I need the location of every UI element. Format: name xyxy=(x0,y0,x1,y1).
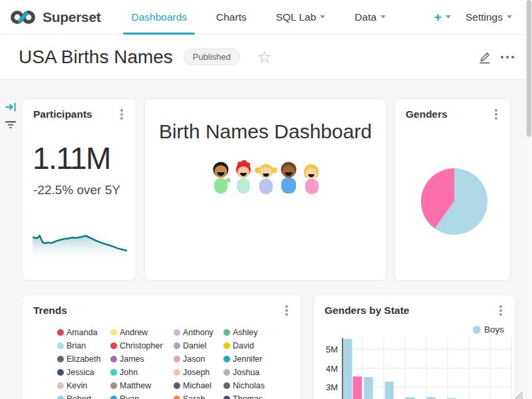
y-axis-tick: 5M xyxy=(326,344,338,354)
legend-label: Thomas xyxy=(233,394,263,399)
legend-label: Joshua xyxy=(233,368,259,377)
legend-item-matthew[interactable]: Matthew xyxy=(110,379,174,392)
new-item-button[interactable]: + xyxy=(433,8,452,26)
legend-item-michael[interactable]: Michael xyxy=(174,379,223,392)
nav-tab-data[interactable]: Data xyxy=(340,0,400,35)
legend-dot xyxy=(57,329,64,336)
nav-tab-label: Data xyxy=(354,11,376,23)
legend-item-joseph[interactable]: Joseph xyxy=(174,366,223,379)
main-nav: DashboardsChartsSQL LabData xyxy=(116,0,400,35)
bar-boys-2[interactable] xyxy=(385,382,394,399)
legend-item-ryan[interactable]: Ryan xyxy=(110,392,174,399)
trends-legend: AmandaAndrewAnthonyAshleyBrianChristophe… xyxy=(57,326,297,399)
legend-item-brian[interactable]: Brian xyxy=(57,339,110,352)
legend-dot xyxy=(223,369,230,376)
legend-label: Daniel xyxy=(183,341,206,350)
legend-label: Sarah xyxy=(183,394,205,399)
y-axis-tick: 4M xyxy=(326,364,338,374)
bar-girls-0[interactable] xyxy=(353,376,362,399)
legend-dot xyxy=(57,369,64,376)
window-scrollbar[interactable] xyxy=(526,0,532,399)
legend-dot xyxy=(473,326,481,334)
legend-label: Joseph xyxy=(183,368,209,377)
trends-card: Trends AmandaAndrewAnthonyAshleyBrianChr… xyxy=(22,295,301,399)
legend-label: Brian xyxy=(66,341,86,350)
legend-dot xyxy=(110,396,117,399)
chevron-down-icon xyxy=(446,15,451,19)
legend-label: Jason xyxy=(183,354,205,364)
legend-item-elizabeth[interactable]: Elizabeth xyxy=(57,352,110,366)
resize-handle-icon[interactable] xyxy=(513,390,523,399)
legend-dot xyxy=(110,382,117,389)
published-badge[interactable]: Published xyxy=(184,49,240,65)
legend-label: Amanda xyxy=(66,328,98,337)
legend-dot xyxy=(57,382,64,389)
legend-item-robert[interactable]: Robert xyxy=(57,392,110,399)
legend-dot xyxy=(174,356,180,362)
legend-label: Jennifer xyxy=(233,354,262,364)
legend-item-nicholas[interactable]: Nicholas xyxy=(223,379,297,392)
genders-pie-chart[interactable] xyxy=(414,162,494,241)
legend-item-jason[interactable]: Jason xyxy=(174,352,223,366)
legend-label: Ryan xyxy=(120,394,139,399)
bar-boys-0[interactable] xyxy=(343,339,352,399)
legend-item-joshua[interactable]: Joshua xyxy=(223,366,297,379)
big-number-value: 1.11M xyxy=(33,140,110,176)
legend-label: Andrew xyxy=(120,328,148,337)
legend-item-jennifer[interactable]: Jennifer xyxy=(223,352,297,366)
favorite-star-icon[interactable]: ☆ xyxy=(257,49,272,65)
kebab-menu-icon[interactable] xyxy=(496,305,505,317)
legend-item-ashley[interactable]: Ashley xyxy=(223,326,297,339)
legend-item-kevin[interactable]: Kevin xyxy=(57,379,110,392)
legend-item-christopher[interactable]: Christopher xyxy=(110,339,174,352)
kebab-menu-icon[interactable] xyxy=(491,108,501,120)
nav-tab-sql-lab[interactable]: SQL Lab xyxy=(261,0,340,35)
dashboard-titlebar: USA Births Names Published ☆ xyxy=(0,35,532,80)
legend-item-david[interactable]: David xyxy=(223,339,297,352)
legend-item-anthony[interactable]: Anthony xyxy=(174,326,223,339)
legend-item-boys[interactable]: Boys xyxy=(473,325,504,334)
legend-dot xyxy=(223,342,230,349)
legend-item-jessica[interactable]: Jessica xyxy=(57,366,110,379)
participants-card: Participants 1.11M -22.5% over 5Y xyxy=(22,98,136,281)
nav-tab-label: Dashboards xyxy=(131,11,187,23)
chevron-down-icon xyxy=(320,15,325,19)
legend-dot xyxy=(110,329,117,336)
legend-label: John xyxy=(120,368,138,377)
kebab-menu-icon[interactable] xyxy=(282,305,291,317)
legend-item-sarah[interactable]: Sarah xyxy=(174,392,223,399)
nav-tab-dashboards[interactable]: Dashboards xyxy=(116,0,201,35)
bar-boys-1[interactable] xyxy=(364,377,373,399)
settings-menu[interactable]: Settings xyxy=(464,9,513,26)
filter-icon[interactable] xyxy=(5,120,17,133)
genders-card: Genders xyxy=(394,98,511,281)
edit-dashboard-icon[interactable] xyxy=(478,51,491,64)
legend-dot xyxy=(174,369,180,376)
legend-dot xyxy=(174,329,180,336)
nav-tab-label: SQL Lab xyxy=(276,11,317,23)
legend-label: Anthony xyxy=(183,328,213,337)
chart-title: Participants xyxy=(33,108,92,120)
more-options-icon[interactable] xyxy=(500,55,515,59)
legend-dot xyxy=(110,369,117,376)
legend-label: Robert xyxy=(66,394,92,399)
superset-logo[interactable]: Superset xyxy=(0,9,100,25)
legend-label: Nicholas xyxy=(233,381,265,390)
legend-dot xyxy=(110,356,117,362)
chart-title: Genders by State xyxy=(325,305,410,317)
legend-item-amanda[interactable]: Amanda xyxy=(57,326,110,339)
legend-item-thomas[interactable]: Thomas xyxy=(223,392,297,399)
y-axis-tick: 3M xyxy=(326,382,338,392)
scrollbar-thumb[interactable] xyxy=(527,0,531,137)
legend-dot xyxy=(223,329,230,336)
page-title: USA Births Names xyxy=(19,47,173,68)
legend-item-john[interactable]: John xyxy=(110,366,174,379)
legend-item-andrew[interactable]: Andrew xyxy=(110,326,174,339)
kebab-menu-icon[interactable] xyxy=(117,108,126,120)
genders-by-state-bar-chart[interactable]: 5M4M3M xyxy=(314,336,516,399)
legend-item-james[interactable]: James xyxy=(110,352,174,366)
nav-tab-charts[interactable]: Charts xyxy=(201,0,261,35)
expand-filter-bar-icon[interactable] xyxy=(5,102,17,115)
chevron-down-icon xyxy=(380,15,386,19)
legend-item-daniel[interactable]: Daniel xyxy=(174,339,223,352)
